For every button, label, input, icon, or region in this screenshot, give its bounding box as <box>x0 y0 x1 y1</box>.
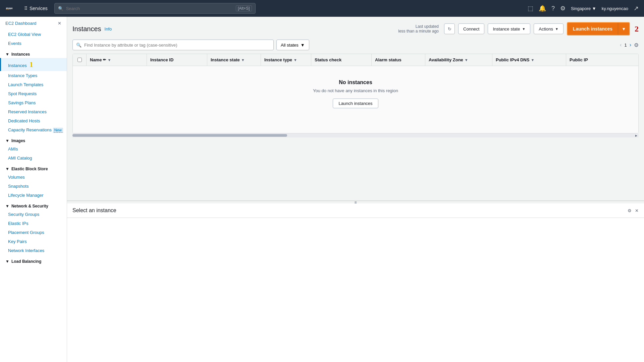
search-shortcut: [Alt+S] <box>236 5 252 11</box>
user-menu[interactable]: ky.nguyencao <box>602 6 628 11</box>
sidebar-item-spot-requests[interactable]: Spot Requests <box>0 89 67 98</box>
load-balancing-section-header[interactable]: ▼ Load Balancing <box>0 255 67 265</box>
th-status-check[interactable]: Status check <box>311 54 371 66</box>
sidebar-item-amis[interactable]: AMIs <box>0 144 67 154</box>
services-label: Services <box>30 6 48 11</box>
sidebar-item-lifecycle-manager[interactable]: Lifecycle Manager <box>0 191 67 200</box>
scroll-right-arrow[interactable]: ► <box>634 133 639 137</box>
sidebar-item-key-pairs[interactable]: Key Pairs <box>0 237 67 246</box>
page-prev-button[interactable]: ‹ <box>619 41 622 49</box>
nav-right-section: ⬚ 🔔 ? ⚙ Singapore ▼ ky.nguyencao ↗ <box>528 5 639 12</box>
th-checkbox[interactable] <box>73 58 86 62</box>
sidebar-item-instance-types[interactable]: Instance Types <box>0 71 67 80</box>
select-all-checkbox[interactable] <box>77 58 82 62</box>
grid-icon: ⠿ <box>24 6 28 11</box>
empty-state-description: You do not have any instances in this re… <box>79 88 632 93</box>
empty-launch-instances-button[interactable]: Launch instances <box>333 99 378 108</box>
th-instance-id[interactable]: Instance ID <box>147 54 207 66</box>
chevron-down-icon-ebs: ▼ <box>5 167 9 171</box>
new-badge: New <box>53 128 63 133</box>
sidebar-item-capacity-reservations[interactable]: Capacity Reservations New <box>0 125 67 134</box>
network-section-header[interactable]: ▼ Network & Security <box>0 200 67 210</box>
page-title-row: Instances Info <box>72 25 112 33</box>
sort-icon-dns: ▼ <box>531 58 534 62</box>
sidebar-item-snapshots[interactable]: Snapshots <box>0 182 67 191</box>
connect-button[interactable]: Connect <box>458 23 484 34</box>
sort-icon-name: ▼ <box>107 58 111 62</box>
refresh-button[interactable]: ↻ <box>444 23 455 34</box>
th-public-ip[interactable]: Public IP <box>566 54 638 66</box>
global-search-bar[interactable]: 🔍 [Alt+S] <box>54 3 256 14</box>
th-availability-zone[interactable]: Availability Zone ▼ <box>425 54 492 66</box>
th-instance-type[interactable]: Instance type ▼ <box>261 54 311 66</box>
load-balancing-section-label: Load Balancing <box>11 259 41 264</box>
top-navigation: ⠿ Services 🔍 [Alt+S] ⬚ 🔔 ? ⚙ Singapore ▼… <box>0 0 644 17</box>
th-alarm-status[interactable]: Alarm status <box>371 54 425 66</box>
sidebar: EC2 Dashboard ✕ EC2 Global View Events ▼… <box>0 17 67 362</box>
sidebar-item-network-interfaces[interactable]: Network Interfaces <box>0 246 67 255</box>
main-content: Instances Info Last updated less than a … <box>67 17 644 362</box>
sidebar-item-volumes[interactable]: Volumes <box>0 173 67 182</box>
sidebar-close-button[interactable]: ✕ <box>58 21 61 26</box>
sort-icon-az: ▼ <box>465 58 468 62</box>
sidebar-item-reserved-instances[interactable]: Reserved Instances <box>0 107 67 116</box>
search-icon: 🔍 <box>58 6 63 11</box>
aws-logo[interactable] <box>5 2 17 14</box>
settings-icon[interactable]: ⚙ <box>560 5 566 12</box>
page-next-button[interactable]: › <box>629 41 632 49</box>
sidebar-item-dedicated-hosts[interactable]: Dedicated Hosts <box>0 116 67 125</box>
bottom-panel-close-icon[interactable]: ✕ <box>635 208 639 213</box>
actions-button[interactable]: Actions ▼ <box>534 23 564 34</box>
external-icon[interactable]: ↗ <box>634 5 639 12</box>
launch-instances-main-button[interactable]: Launch instances <box>568 23 618 35</box>
content-area: Instances Info Last updated less than a … <box>67 17 644 200</box>
info-link[interactable]: Info <box>105 26 112 32</box>
bell-icon[interactable]: 🔔 <box>539 5 546 12</box>
instance-search-bar[interactable]: 🔍 <box>72 40 274 50</box>
images-section-header[interactable]: ▼ Images <box>0 134 67 144</box>
search-input[interactable] <box>66 6 233 11</box>
sidebar-item-events[interactable]: Events <box>0 39 67 48</box>
sidebar-item-launch-templates[interactable]: Launch Templates <box>0 80 67 89</box>
search-icon-filter: 🔍 <box>76 43 82 48</box>
instances-section-label: Instances <box>11 52 30 57</box>
instance-search-input[interactable] <box>84 43 270 48</box>
instance-state-button[interactable]: Instance state ▼ <box>488 23 530 34</box>
all-states-filter-button[interactable]: All states ▼ <box>276 40 309 50</box>
bottom-panel-header: Select an instance ⚙ ✕ <box>67 203 644 218</box>
chevron-down-icon-images: ▼ <box>5 138 9 143</box>
launch-instances-dropdown-button[interactable]: ▼ <box>618 23 629 35</box>
bottom-panel: ≡ Select an instance ⚙ ✕ <box>67 200 644 362</box>
ebs-section-header[interactable]: ▼ Elastic Block Store <box>0 163 67 173</box>
scroll-thumb[interactable] <box>72 134 287 137</box>
ec2-dashboard-link[interactable]: EC2 Dashboard <box>5 21 37 26</box>
bottom-panel-title: Select an instance <box>72 207 116 214</box>
sidebar-item-elastic-ips[interactable]: Elastic IPs <box>0 219 67 228</box>
instances-section-header[interactable]: ▼ Instances <box>0 48 67 58</box>
sort-icon-state: ▼ <box>241 58 245 62</box>
chevron-down-icon: ▼ <box>5 52 9 57</box>
annotation-1: 1 <box>29 60 33 69</box>
sidebar-item-placement-groups[interactable]: Placement Groups <box>0 228 67 237</box>
panel-drag-handle[interactable]: ≡ <box>67 201 644 203</box>
sidebar-item-ami-catalog[interactable]: AMI Catalog <box>0 154 67 163</box>
chevron-down-icon-actions: ▼ <box>555 27 558 31</box>
services-menu[interactable]: ⠿ Services <box>21 6 51 11</box>
th-public-ipv4-dns[interactable]: Public IPv4 DNS ▼ <box>492 54 566 66</box>
help-icon[interactable]: ? <box>551 5 555 12</box>
table-settings-icon[interactable]: ⚙ <box>634 42 639 48</box>
sidebar-item-instances[interactable]: Instances 1 <box>0 58 67 71</box>
sidebar-item-savings-plans[interactable]: Savings Plans <box>0 98 67 107</box>
th-instance-state[interactable]: Instance state ▼ <box>207 54 261 66</box>
terminal-icon[interactable]: ⬚ <box>528 5 533 12</box>
sidebar-item-security-groups[interactable]: Security Groups <box>0 210 67 219</box>
page-title: Instances <box>72 25 101 33</box>
region-selector[interactable]: Singapore ▼ <box>571 6 596 11</box>
network-section-label: Network & Security <box>11 204 48 208</box>
th-name[interactable]: Name ✏ ▼ <box>86 54 147 66</box>
sort-icon-type: ▼ <box>293 58 297 62</box>
sidebar-item-ec2-global-view[interactable]: EC2 Global View <box>0 30 67 39</box>
horizontal-scrollbar[interactable]: ◄ ► <box>72 133 639 137</box>
instances-table: Name ✏ ▼ Instance ID Instance state ▼ In… <box>72 54 639 133</box>
bottom-panel-settings-icon[interactable]: ⚙ <box>628 208 632 213</box>
